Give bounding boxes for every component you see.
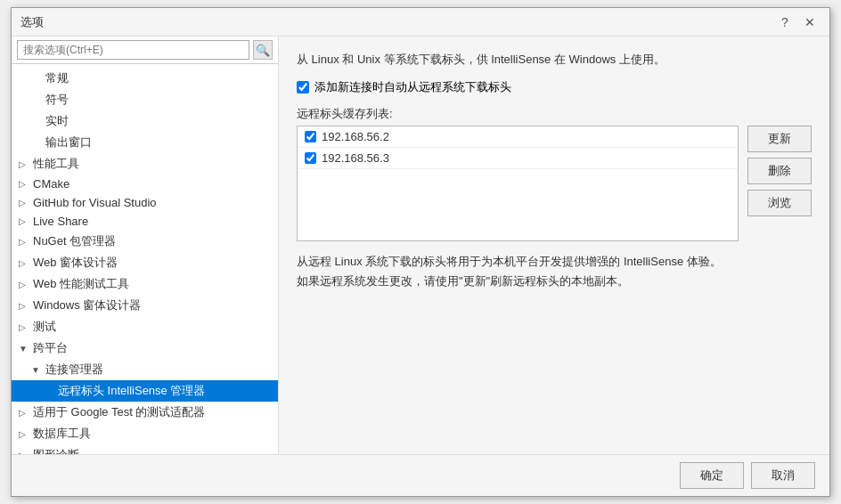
title-bar-controls: ? ✕ [774, 12, 821, 33]
tree-arrow-dbtools: ▷ [19, 429, 29, 439]
tree-arrow-windesigner: ▷ [19, 301, 29, 311]
tree-label-windesigner: Windows 窗体设计器 [33, 297, 141, 313]
tree-label-crossplatform: 跨平台 [33, 340, 68, 356]
tree-arrow-crossplatform: ▼ [19, 344, 29, 354]
tree-item-github[interactable]: ▷GitHub for Visual Studio [12, 193, 278, 212]
ip-checkbox-1[interactable] [305, 152, 316, 164]
tree-label-connmgr: 连接管理器 [45, 362, 103, 378]
tree-item-connmgr[interactable]: ▼连接管理器 [12, 359, 278, 380]
auto-download-checkbox[interactable] [297, 81, 309, 93]
tree-label-实时: 实时 [45, 113, 69, 129]
tree-item-dbtools[interactable]: ▷数据库工具 [12, 423, 278, 444]
tree-label-nuget: NuGet 包管理器 [33, 233, 116, 249]
left-panel: 🔍 常规符号实时输出窗口▷性能工具▷CMake▷GitHub for Visua… [12, 37, 279, 454]
desc-bottom: 从远程 Linux 系统下载的标头将用于为本机平台开发提供增强的 Intelli… [297, 252, 812, 291]
tree-item-webperf[interactable]: ▷Web 性能测试工具 [12, 273, 278, 295]
tree-item-常规[interactable]: 常规 [12, 68, 278, 89]
tree-arrow-liveshare: ▷ [19, 216, 29, 226]
tree-item-实时[interactable]: 实时 [12, 110, 278, 132]
list-and-buttons: 192.168.56.2192.168.56.3 更新 删除 浏览 [297, 126, 812, 241]
desc-top: 从 Linux 和 Unix 等系统下载标头，供 IntelliSense 在 … [297, 51, 812, 69]
tree-item-输出窗口[interactable]: 输出窗口 [12, 132, 278, 153]
tree-item-test[interactable]: ▷测试 [12, 316, 278, 337]
tree-label-dbtools: 数据库工具 [33, 426, 91, 442]
tree-label-webperf: Web 性能测试工具 [33, 276, 129, 292]
update-button[interactable]: 更新 [747, 126, 812, 152]
tree-label-输出窗口: 输出窗口 [45, 134, 92, 150]
search-box: 🔍 [12, 37, 278, 64]
right-panel: 从 Linux 和 Unix 等系统下载标头，供 IntelliSense 在 … [279, 37, 829, 454]
tree-item-windesigner[interactable]: ▷Windows 窗体设计器 [12, 295, 278, 316]
tree-arrow-cmake: ▷ [19, 179, 29, 189]
tree-item-liveshare[interactable]: ▷Live Share [12, 212, 278, 231]
auto-download-label: 添加新连接时自动从远程系统下载标头 [314, 79, 511, 95]
tree-arrow-nuget: ▷ [19, 237, 29, 247]
ip-list-item-1: 192.168.56.3 [298, 148, 738, 169]
list-label: 远程标头缓存列表: [297, 106, 812, 122]
ip-text-1: 192.168.56.3 [322, 151, 389, 165]
ip-checkbox-0[interactable] [305, 131, 316, 142]
tree-label-remoteintellimanager: 远程标头 IntelliSense 管理器 [58, 383, 205, 399]
tree-label-webdesigner: Web 窗体设计器 [33, 255, 118, 271]
tree-label-googletest: 适用于 Google Test 的测试适配器 [33, 404, 205, 420]
search-icon: 🔍 [256, 44, 270, 57]
side-buttons: 更新 删除 浏览 [747, 126, 812, 216]
ip-list: 192.168.56.2192.168.56.3 [297, 126, 739, 241]
tree-arrow-webperf: ▷ [19, 280, 29, 289]
list-section: 远程标头缓存列表: 192.168.56.2192.168.56.3 更新 删除… [297, 106, 812, 241]
dialog-title: 选项 [20, 14, 44, 30]
ok-button[interactable]: 确定 [680, 462, 744, 489]
tree-label-github: GitHub for Visual Studio [33, 196, 157, 209]
tree-arrow-性能工具: ▷ [19, 159, 29, 169]
tree-item-webdesigner[interactable]: ▷Web 窗体设计器 [12, 252, 278, 273]
tree-label-cmake: CMake [33, 177, 69, 191]
tree-arrow-github: ▷ [19, 198, 29, 207]
tree-label-常规: 常规 [45, 70, 69, 86]
tree-arrow-webdesigner: ▷ [19, 258, 29, 268]
close-button[interactable]: ✕ [799, 12, 821, 33]
tree-label-符号: 符号 [45, 92, 69, 108]
tree-item-cmake[interactable]: ▷CMake [12, 175, 278, 193]
tree-item-remoteintellimanager[interactable]: 远程标头 IntelliSense 管理器 [12, 380, 278, 402]
auto-download-row: 添加新连接时自动从远程系统下载标头 [297, 79, 812, 95]
delete-button[interactable]: 删除 [747, 158, 812, 184]
tree-arrow-test: ▷ [19, 322, 29, 332]
dialog-footer: 确定 取消 [12, 454, 829, 496]
tree-label-graphics: 图形诊断 [33, 447, 79, 454]
search-input[interactable] [17, 40, 249, 60]
tree-item-符号[interactable]: 符号 [12, 89, 278, 110]
help-button[interactable]: ? [774, 12, 796, 33]
tree-item-graphics[interactable]: ▷图形诊断 [12, 444, 278, 454]
desc-bottom-line1: 从远程 Linux 系统下载的标头将用于为本机平台开发提供增强的 Intelli… [297, 252, 812, 272]
cancel-button[interactable]: 取消 [751, 462, 815, 489]
desc-bottom-line2: 如果远程系统发生更改，请使用"更新"刷新远程标头的本地副本。 [297, 272, 812, 291]
tree-label-liveshare: Live Share [33, 215, 88, 228]
tree-item-googletest[interactable]: ▷适用于 Google Test 的测试适配器 [12, 402, 278, 423]
search-icon-button[interactable]: 🔍 [253, 40, 273, 60]
tree-container: 常规符号实时输出窗口▷性能工具▷CMake▷GitHub for Visual … [12, 64, 278, 454]
options-dialog: 选项 ? ✕ 🔍 常规符号实时输出窗口▷性能工具▷CMake▷GitHub fo… [11, 7, 830, 497]
dialog-body: 🔍 常规符号实时输出窗口▷性能工具▷CMake▷GitHub for Visua… [12, 37, 829, 454]
tree-item-crossplatform[interactable]: ▼跨平台 [12, 337, 278, 359]
tree-arrow-googletest: ▷ [19, 408, 29, 418]
tree-item-性能工具[interactable]: ▷性能工具 [12, 153, 278, 175]
tree-arrow-connmgr: ▼ [31, 365, 42, 375]
tree-label-性能工具: 性能工具 [33, 156, 79, 172]
ip-list-item-0: 192.168.56.2 [298, 126, 738, 148]
title-bar: 选项 ? ✕ [12, 8, 829, 37]
browse-button[interactable]: 浏览 [747, 190, 812, 216]
tree-label-test: 测试 [33, 319, 56, 335]
tree-item-nuget[interactable]: ▷NuGet 包管理器 [12, 231, 278, 252]
ip-text-0: 192.168.56.2 [322, 130, 389, 143]
